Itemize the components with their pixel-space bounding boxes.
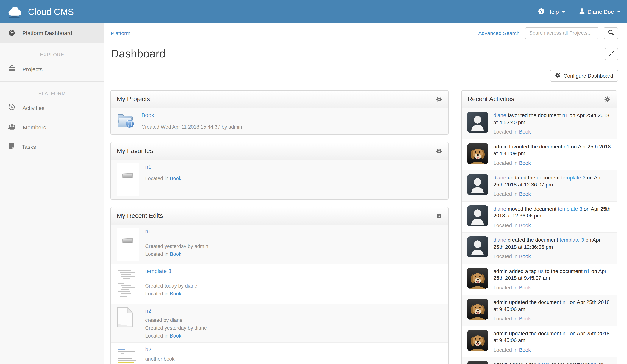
compress-arrows-icon [608,50,615,58]
activity-link[interactable]: diane [493,237,506,243]
activity-link[interactable]: n1 [563,299,568,305]
sidebar-item-projects[interactable]: Projects [0,61,104,77]
collapse-dashboard-button[interactable] [605,48,618,60]
activity-link[interactable]: n1 [564,143,570,149]
activity-link[interactable]: n1 [562,112,568,118]
document-thumbnail[interactable] [117,163,139,196]
user-menu[interactable]: Diane Doe [579,8,620,15]
document-thumbnail[interactable] [117,228,139,261]
located-link[interactable]: Book [519,347,531,353]
chevron-down-icon [562,11,565,12]
located-link[interactable]: Book [170,291,181,296]
advanced-search-link[interactable]: Advanced Search [478,30,520,36]
activity-link[interactable]: novel [538,362,551,364]
search-input[interactable] [525,27,598,39]
sidebar-item-platform-dashboard[interactable]: Platform Dashboard [0,23,104,43]
located-link[interactable]: Book [170,251,181,257]
activity-link[interactable]: n1 [591,362,597,364]
activity-body: admin updated the document n1 on Apr 25t… [493,299,611,322]
located-in: Located in Book [493,222,611,229]
cloud-cms-app: Cloud CMS ? Help [0,0,627,364]
activity-link[interactable]: diane [493,206,506,212]
activity-link[interactable]: template 3 [560,237,584,243]
located-link[interactable]: Book [519,160,531,166]
panel-settings-button[interactable] [436,213,442,219]
located-in: Located in Book [145,290,197,297]
page-title: Dashboard [111,47,166,60]
document-link[interactable]: n1 [145,163,181,170]
located-link[interactable]: Book [519,129,531,135]
brand-logo[interactable]: Cloud CMS [7,5,74,19]
located-link[interactable]: Book [519,284,531,290]
recent-activities-panel: Recent Activities [461,90,617,364]
located-in: Located in Book [493,346,611,353]
activity-link[interactable]: us [538,268,544,274]
activity-item: admin updated the document n1 on Apr 25t… [462,295,617,326]
help-label: Help [547,8,559,15]
activity-text: admin updated the document n1 on Apr 25t… [493,330,611,344]
sidebar-item-members[interactable]: Members [0,119,104,135]
sidebar-divider [0,81,104,82]
breadcrumb-bar: Platform Advanced Search [105,23,627,43]
document-meta: Created yesterday by admin [145,243,208,250]
activity-item: admin updated the document n1 on Apr 25t… [462,326,617,357]
activity-link[interactable]: diane [493,175,506,181]
svg-text:?: ? [540,9,543,14]
document-link[interactable]: n1 [145,228,208,235]
sidebar-item-label: Members [23,124,46,130]
brand-title: Cloud CMS [28,6,74,17]
located-in: Located in Book [493,159,611,166]
located-link[interactable]: Book [519,253,531,259]
panel-settings-button[interactable] [436,148,442,154]
panel-settings-button[interactable] [436,96,442,102]
document-link[interactable]: template 3 [145,268,197,274]
list-item: n2created by dianeCreated yesterday by d… [111,304,448,342]
located-link[interactable]: Book [519,222,531,228]
list-item: template 3Created today by dianeLocated … [111,264,448,304]
document-thumbnail[interactable] [117,307,139,329]
document-meta: Created yesterday by diane [145,325,207,332]
people-icon [8,124,16,131]
configure-dashboard-label: Configure Dashboard [564,73,613,79]
document-thumbnail[interactable] [117,268,139,301]
located-link[interactable]: Book [519,191,531,197]
dog-avatar [467,268,488,288]
project-link[interactable]: Book [141,111,242,119]
located-link[interactable]: Book [170,333,181,339]
my-recent-edits-panel: My Recent Edits [110,207,449,364]
document-thumbnail[interactable] [117,346,139,364]
activity-link[interactable]: n1 [563,330,568,336]
person-icon [579,8,585,15]
sidebar-section-explore: EXPLORE [0,52,104,57]
activity-link[interactable]: template 3 [561,175,586,181]
activity-body: diane updated the document template 3 on… [493,174,611,197]
sidebar-item-label: Projects [22,66,43,72]
dog-avatar [467,143,488,164]
project-folder-icon[interactable] [117,111,135,131]
sidebar-item-activities[interactable]: Activities [0,100,104,116]
document-link[interactable]: n2 [145,307,207,314]
panel-settings-button[interactable] [604,96,611,102]
activity-item: admin added a tag us to the document n1 … [462,264,617,295]
configure-dashboard-button[interactable]: Configure Dashboard [550,70,618,82]
activity-body: admin favorited the document n1 on Apr 2… [493,143,611,166]
activity-text: diane updated the document template 3 on… [493,174,611,188]
located-link[interactable]: Book [519,316,531,321]
located-in: Located in Book [493,284,611,291]
activity-text: diane moved the document template 3 on A… [493,205,611,219]
activity-link[interactable]: template 3 [558,206,582,212]
help-menu[interactable]: ? Help [538,8,565,15]
activity-link[interactable]: n1 [584,268,590,274]
breadcrumb-platform-link[interactable]: Platform [111,30,130,36]
dog-avatar [467,361,488,364]
user-label: Diane Doe [587,8,614,15]
chevron-down-icon [617,11,620,12]
activity-item: diane updated the document template 3 on… [462,170,617,201]
located-link[interactable]: Book [170,176,181,181]
activity-body: admin updated the document n1 on Apr 25t… [493,330,611,353]
document-link[interactable]: b2 [145,346,206,353]
search-button[interactable] [604,27,618,39]
activity-link[interactable]: diane [493,112,506,118]
activity-item: admin added a tag novel to the document … [462,357,617,364]
sidebar-item-tasks[interactable]: Tasks [0,139,104,154]
